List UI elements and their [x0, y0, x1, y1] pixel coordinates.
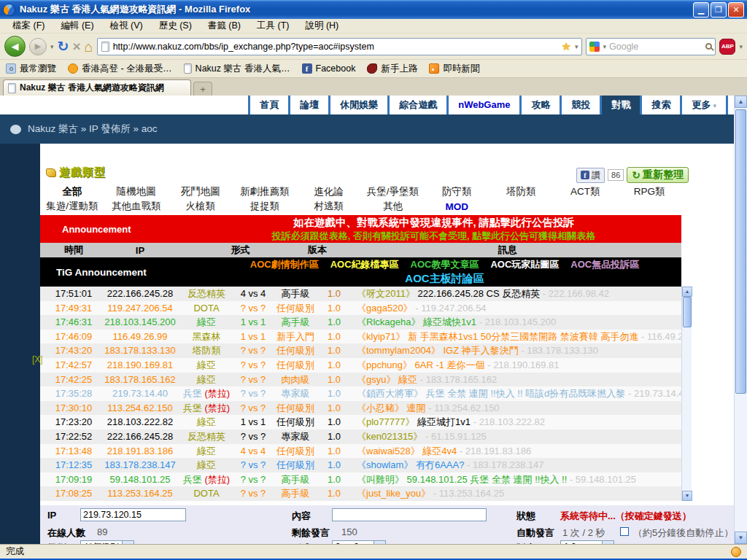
table-row[interactable]: 17:35:28219.73.14.40兵堡 (禁拉)? vs ?專家級1.0《…: [40, 386, 681, 401]
category-link[interactable]: RPG類: [617, 185, 681, 198]
category-link[interactable]: 捉捉類: [233, 200, 297, 213]
list-scrollbar[interactable]: ▲ ▼: [681, 287, 692, 501]
category-link[interactable]: 火槍類: [169, 200, 233, 213]
url-bar[interactable]: http://www.nakuz.com/bbs/ip_exchange.php…: [97, 38, 583, 55]
table-row[interactable]: 17:43:20183.178.133.130塔防類? vs ?任何級別1.0《…: [40, 343, 681, 358]
menu-item[interactable]: 書籤 (B): [200, 20, 249, 32]
scroll-down-icon[interactable]: ▼: [682, 491, 692, 501]
player-name-link[interactable]: 《gsyu》: [357, 374, 395, 385]
bookmark-item[interactable]: 香港高登 - 全港最受…: [68, 63, 172, 75]
search-engine-dropdown-icon[interactable]: ▾: [603, 43, 606, 50]
ip-input[interactable]: [80, 508, 186, 521]
content-input[interactable]: [332, 508, 487, 521]
restore-button[interactable]: ❐: [711, 2, 727, 18]
site-tab-對戰[interactable]: 對戰: [600, 96, 640, 114]
site-tab-競投[interactable]: 競投: [560, 96, 600, 114]
table-row[interactable]: 17:46:09116.49.26.99黑森林1 vs 1新手入門1.0《kly…: [40, 330, 681, 344]
site-tab-休閒娛樂[interactable]: 休閒娛樂: [328, 96, 387, 114]
category-link[interactable]: 新劇推薦類: [233, 185, 297, 198]
player-name-link[interactable]: 《小忍豬》: [357, 402, 404, 413]
category-link[interactable]: ACT類: [553, 185, 617, 198]
table-row[interactable]: 17:09:1959.148.101.25兵堡 (禁拉)? vs ?高手級1.0…: [40, 472, 681, 487]
stop-button[interactable]: ×: [72, 39, 80, 53]
player-name-link[interactable]: 《waiwai528》: [357, 446, 420, 456]
table-row[interactable]: 17:42:57218.190.169.81綠亞? vs ?任何級別1.0《pp…: [40, 358, 681, 373]
menu-item[interactable]: 工具 (T): [249, 20, 297, 32]
table-row[interactable]: 17:51:01222.166.245.28反恐精英4 vs 4高手級1.0《呀…: [40, 287, 681, 301]
history-dropdown-icon[interactable]: ▾: [50, 43, 54, 50]
site-tab-論壇[interactable]: 論壇: [288, 96, 328, 114]
search-input[interactable]: Google: [609, 42, 703, 52]
table-row[interactable]: 17:08:25113.253.164.25DOTA? vs ?高手級1.0《j…: [40, 486, 681, 501]
bookmark-item[interactable]: 新手上路: [367, 63, 417, 75]
category-link[interactable]: MOD: [425, 201, 489, 212]
player-name-link[interactable]: 《ken021315》: [357, 431, 422, 442]
player-name-link[interactable]: 《showlam》: [357, 459, 413, 470]
category-link[interactable]: 死鬥地圖: [169, 185, 233, 198]
category-link[interactable]: 村逃類: [297, 200, 361, 213]
player-name-link[interactable]: 《klyip71》: [357, 331, 405, 342]
site-tab-攻略[interactable]: 攻略: [519, 96, 560, 114]
player-name-link[interactable]: 《ppchung》: [357, 359, 412, 370]
menu-item[interactable]: 歷史 (S): [151, 20, 200, 32]
player-name-link[interactable]: 《just_like_you》: [357, 488, 430, 499]
category-link[interactable]: 隨機地圖: [104, 185, 169, 198]
site-tab-首頁[interactable]: 首頁: [248, 96, 288, 114]
scroll-up-icon[interactable]: ▲: [735, 96, 747, 108]
player-name-link[interactable]: 《gaga520》: [357, 303, 413, 314]
category-link[interactable]: 全部: [40, 185, 104, 198]
category-link[interactable]: 其他: [361, 200, 425, 213]
bookmark-item[interactable]: 即時新聞: [429, 63, 479, 75]
site-tab-nWebGame[interactable]: nWebGame: [446, 96, 519, 114]
menu-item[interactable]: 編輯 (E): [53, 20, 101, 32]
player-name-link[interactable]: 《鎖西大將軍》: [357, 388, 423, 399]
scroll-up-icon[interactable]: ▲: [682, 287, 692, 297]
minimize-button[interactable]: ▁: [693, 2, 709, 18]
announcement-line2[interactable]: 投訴必須跟從表格, 否則有關投訴可能不會受理, 點擊此行公告可獲得相關表格: [186, 230, 681, 242]
menu-item[interactable]: 檔案 (F): [4, 20, 53, 32]
facebook-like-button[interactable]: f 讚: [576, 168, 605, 183]
site-tab-綜合遊戲[interactable]: 綜合遊戲: [387, 96, 446, 114]
browser-scrollbar[interactable]: ▲ ▼: [734, 96, 747, 544]
category-link[interactable]: 防守類: [425, 185, 489, 198]
table-row[interactable]: 17:12:35183.178.238.147綠亞? vs ?任何級別1.0《s…: [40, 458, 681, 472]
auto-post-checkbox[interactable]: [620, 527, 629, 536]
announcement-line1[interactable]: 如在遊戲中、對戰系統中發現違規事件, 請點擊此行公告投訴: [186, 216, 681, 230]
category-link[interactable]: 集遊/運動類: [40, 200, 104, 213]
search-box[interactable]: ▾ Google: [586, 38, 716, 55]
forward-button[interactable]: ▶: [29, 38, 47, 55]
breadcrumb-text[interactable]: Nakuz 樂古 » IP 發佈所 » aoc: [28, 122, 158, 136]
site-tab-搜索[interactable]: 搜索: [640, 96, 680, 114]
bookmark-star-icon[interactable]: ★: [561, 40, 570, 53]
adblock-dropdown-icon[interactable]: ▾: [739, 43, 743, 50]
table-row[interactable]: 17:30:10113.254.62.150兵堡 (禁拉)? vs ?任何級別1…: [40, 401, 681, 416]
table-row[interactable]: 17:22:52222.166.245.28反恐精英? vs ?專家級1.0《k…: [40, 429, 681, 444]
url-text[interactable]: http://www.nakuz.com/bbs/ip_exchange.php…: [113, 42, 558, 52]
tray-smiley-icon[interactable]: [731, 547, 741, 557]
bookmark-item[interactable]: fFacebook: [302, 63, 356, 74]
table-row[interactable]: 17:13:48218.191.83.186綠亞4 vs 4任何級別1.0《wa…: [40, 444, 681, 459]
adblock-icon[interactable]: ABP: [719, 39, 735, 55]
menu-item[interactable]: 檢視 (V): [102, 20, 151, 32]
category-link[interactable]: 兵堡/爭堡類: [361, 185, 425, 198]
tig-forum-link[interactable]: AOC紀錄檔專區: [330, 258, 399, 271]
table-row[interactable]: 17:49:31119.247.206.54DOTA? vs ?任何級別1.0《…: [40, 301, 681, 316]
browser-tab-active[interactable]: Nakuz 樂古 香港人氣網遊攻略資訊網: [3, 79, 191, 96]
close-button[interactable]: ✕: [728, 2, 744, 18]
back-button[interactable]: ◀: [4, 36, 26, 57]
new-tab-button[interactable]: +: [193, 82, 212, 96]
browser-scrollbar-thumb[interactable]: [735, 109, 746, 394]
tig-forum-link[interactable]: AOC玩家貼圖區: [490, 258, 559, 271]
player-name-link[interactable]: 《Rlckageha》: [357, 316, 420, 327]
table-row[interactable]: 17:23:20218.103.222.82綠亞1 vs 1任何級別1.0《pl…: [40, 415, 681, 429]
category-link[interactable]: 進化論: [297, 185, 361, 198]
announcement-banner[interactable]: Announcement 如在遊戲中、對戰系統中發現違規事件, 請點擊此行公告投…: [40, 215, 681, 243]
site-tab-更多[interactable]: 更多▾: [680, 96, 728, 114]
category-link[interactable]: 其他血戰類: [104, 200, 169, 213]
scroll-down-icon[interactable]: ▼: [735, 532, 747, 544]
category-link[interactable]: 塔防類: [489, 185, 553, 198]
player-name-link[interactable]: 《tommylam2004》: [357, 345, 441, 356]
bookmark-item[interactable]: 最常瀏覽: [6, 63, 56, 75]
tig-forum-link[interactable]: AOC劇情制作區: [250, 258, 319, 271]
home-button[interactable]: ⌂: [85, 39, 93, 54]
